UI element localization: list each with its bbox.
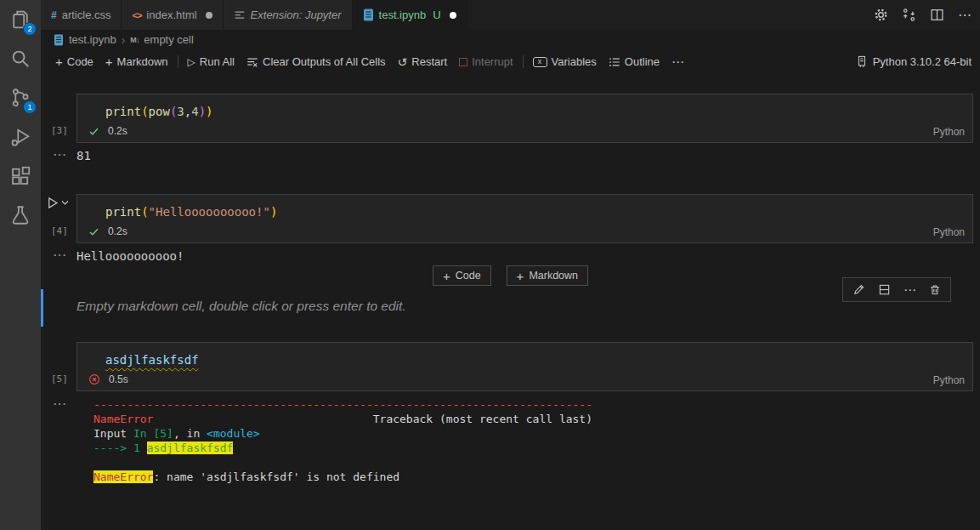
split-cell-icon[interactable] [878,283,891,296]
output-collapse-button[interactable]: ··· [41,397,76,484]
variables-button[interactable]: x Variables [527,53,603,71]
markdown-placeholder[interactable]: Empty markdown cell, double click or pre… [41,288,973,314]
run-icon [45,196,59,210]
traceback-line [93,455,592,470]
modified-dot-icon[interactable] [206,12,212,19]
notebook-file-icon [54,34,64,46]
insert-markdown-button[interactable]: + Markdown [507,265,588,286]
add-icon: + [443,269,450,283]
notebook-editor: [3] print(pow(3,4)) 0.2s Python ··· 81 [41,74,980,530]
tab-article-css[interactable]: # article.css [41,0,122,30]
more-actions-icon[interactable]: ⋯ [958,7,972,23]
execution-count: [5] [51,373,68,385]
cell-3-output: ··· 81 [41,148,980,164]
code-line[interactable]: asdjlfaskfsdf [77,343,972,368]
toolbar-more-button[interactable]: ⋯ [666,53,690,71]
kernel-environment-icon [856,55,868,68]
tab-label: Extension: Jupyter [251,9,342,21]
breadcrumb-file[interactable]: test.ipynb [69,33,116,46]
scm-badge: 1 [23,100,37,114]
execution-time: 0.5s [109,373,128,385]
code-cell-3: [3] print(pow(3,4)) 0.2s Python [41,94,973,143]
outline-list-icon [609,56,620,68]
run-debug-icon[interactable] [0,117,41,157]
execution-count: [3] [51,125,68,136]
output-collapse-button[interactable]: ··· [41,148,76,164]
tab-label: index.html [146,9,196,21]
run-all-icon: ▷ [188,56,195,68]
focused-cell-indicator [41,289,43,327]
extensions-icon[interactable] [0,157,41,196]
settings-gear-icon[interactable] [874,8,888,22]
cell-language[interactable]: Python [933,126,965,138]
testing-flask-icon[interactable] [0,196,41,235]
execution-count: [4] [51,225,68,237]
delete-cell-trash-icon[interactable] [929,283,941,296]
git-untracked-badge: U [433,9,440,21]
cell-status: 0.5s [88,373,128,385]
more-icon: ⋯ [671,54,684,70]
add-icon: + [55,54,63,69]
code-line[interactable]: print(pow(3,4)) [77,94,972,119]
interrupt-stop-icon [459,58,467,66]
success-check-icon [88,226,99,237]
extension-details-icon [234,9,246,21]
modified-dot-icon[interactable] [450,12,456,19]
cell-5-error-output: ··· ------------------------------------… [41,397,980,484]
notebook-file-icon [363,9,374,21]
output-text: Helloooooooooo! [76,248,184,265]
error-traceback: ----------------------------------------… [76,397,592,484]
traceback-line: ----> 1 asdjlfaskfsdf [93,441,592,455]
tab-extension-jupyter[interactable]: Extension: Jupyter [224,0,353,30]
tab-test-ipynb[interactable]: test.ipynb U [353,0,467,30]
output-text: 81 [76,148,91,164]
add-code-button[interactable]: + Code [49,53,99,71]
execution-time: 0.2s [108,125,127,137]
editor-actions: ⋯ [874,0,972,30]
insert-cell-bar: + Code + Markdown [41,265,980,286]
interrupt-button[interactable]: Interrupt [453,53,518,71]
insert-code-button[interactable]: + Code [433,265,491,286]
split-editor-icon[interactable] [930,8,944,22]
tab-label: article.css [62,9,111,21]
explorer-badge: 2 [23,22,37,36]
kernel-label: Python 3.10.2 64-bit [873,55,972,68]
cell-gutter: [5] [41,342,76,391]
cell-language[interactable]: Python [933,374,965,386]
editor-area: # article.css <> index.html Extension: J… [41,0,980,530]
add-markdown-button[interactable]: + Markdown [99,53,174,71]
traceback-line: Input In [5], in <module> [93,426,592,441]
markdown-cell: ⋯ Empty markdown cell, double click or p… [41,288,973,328]
markdown-cell-toolbar: ⋯ [842,277,951,302]
run-cell-button[interactable] [45,196,69,210]
output-collapse-button[interactable]: ··· [41,248,76,265]
outline-button[interactable]: Outline [603,53,666,71]
code-line[interactable]: print("Helloooooooooo!") [77,195,972,219]
notebook-toolbar: + Code + Markdown ▷ Run All Clear Output… [41,49,980,74]
traceback-line: ----------------------------------------… [93,397,592,412]
explorer-icon[interactable]: 2 [0,0,41,39]
breadcrumb-cell[interactable]: M↓ empty cell [130,33,194,46]
run-all-button[interactable]: ▷ Run All [182,53,241,71]
tab-index-html[interactable]: <> index.html [122,0,223,30]
variables-icon: x [533,57,547,67]
traceback-line: NameError: name 'asdjlfaskfsdf' is not d… [93,470,592,484]
cell-more-icon[interactable]: ⋯ [904,286,916,294]
edit-pencil-icon[interactable] [853,283,865,296]
source-control-icon[interactable]: 1 [0,78,41,117]
cell-language[interactable]: Python [933,226,965,238]
clear-outputs-button[interactable]: Clear Outputs of All Cells [241,53,392,71]
code-editor[interactable]: print("Helloooooooooo!") 0.2s Python [76,194,973,243]
restart-button[interactable]: ↺ Restart [392,53,454,71]
search-icon[interactable] [0,39,41,78]
cell-gutter: [3] [41,94,76,143]
code-editor[interactable]: print(pow(3,4)) 0.2s Python [76,94,973,143]
kernel-picker[interactable]: Python 3.10.2 64-bit [856,55,972,68]
clear-all-icon [246,56,258,68]
cell-gutter: [4] [41,194,76,243]
swap-editors-icon[interactable] [902,8,916,22]
code-editor[interactable]: asdjlfaskfsdf 0.5s Python [76,342,973,391]
add-icon: + [517,269,524,283]
add-icon: + [105,54,113,69]
tab-bar: # article.css <> index.html Extension: J… [41,0,980,30]
